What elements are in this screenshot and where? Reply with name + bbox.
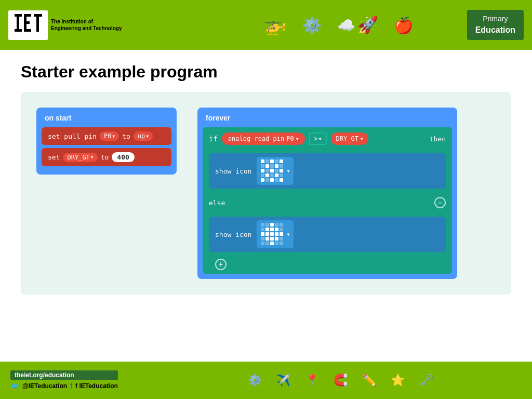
set-dry-gt-block: set DRY_GT ▼ to 400 — [42, 148, 171, 166]
footer-social: 🐦 @IETeducation f f IETeducation — [10, 382, 118, 390]
iet-letters — [8, 10, 48, 40]
twitter-handle: @IETeducation — [22, 382, 67, 390]
gear-icon: ⚙️ — [302, 16, 322, 34]
then-label: then — [430, 135, 446, 143]
footer-magnet-icon: 🧲 — [334, 374, 348, 387]
dropdown-arrow-2: ▼ — [146, 134, 149, 139]
code-area: on start set pull pin P0 ▼ to up ▼ set D… — [21, 92, 511, 295]
footer-left: theiet.org/education 🐦 @IETeducation f f… — [10, 370, 118, 390]
bottom-add-bar: + — [209, 255, 446, 274]
up-pill[interactable]: up ▼ — [134, 131, 153, 141]
show-icon-2-row: show icon ▼ — [209, 217, 446, 252]
dot-grid-1 — [261, 159, 284, 182]
pin-p0-pill[interactable]: P0 ▼ — [100, 131, 119, 141]
education-label: Education — [475, 24, 515, 36]
footer-pencil-icon: ✏️ — [362, 374, 376, 387]
footer: theiet.org/education 🐦 @IETeducation f f… — [0, 362, 532, 399]
svg-rect-9 — [36, 17, 39, 32]
footer-plane-icon: ✈️ — [276, 374, 290, 387]
footer-gear-icon: ⚙️ — [248, 374, 262, 387]
svg-rect-6 — [24, 21, 30, 24]
primary-education-badge: Primary Education — [467, 10, 524, 40]
footer-key-icon: 🗝️ — [419, 374, 433, 387]
facebook-icon: f — [70, 382, 72, 390]
else-minus-button[interactable]: − — [434, 197, 446, 208]
svg-rect-3 — [15, 29, 22, 32]
footer-url: theiet.org/education — [10, 370, 118, 380]
on-start-block: on start set pull pin P0 ▼ to up ▼ set D… — [36, 108, 177, 175]
dry-gt-pill[interactable]: DRY_GT ▼ — [63, 153, 97, 162]
svg-rect-5 — [24, 14, 31, 17]
dry-gt-2-pill[interactable]: DRY_GT ▼ — [331, 132, 368, 145]
value-400-pill[interactable]: 400 — [112, 152, 134, 162]
svg-rect-1 — [15, 14, 22, 17]
on-start-label: on start — [42, 113, 171, 123]
primary-label: Primary — [475, 14, 515, 24]
icon-grid-1-pill[interactable]: ▼ — [257, 157, 294, 185]
add-button[interactable]: + — [215, 259, 227, 270]
dropdown-arrow-6: ▼ — [361, 137, 363, 141]
svg-rect-7 — [24, 29, 31, 32]
dropdown-arrow-3: ▼ — [91, 155, 94, 159]
footer-star-icon: ⭐ — [391, 374, 405, 387]
if-row: if analog read pin P0 ▼ > ▼ DRY_GT ▼ the — [203, 127, 452, 150]
forever-label: forever — [203, 113, 452, 123]
footer-decorative-icons: ⚙️ ✈️ 📍 🧲 ✏️ ⭐ 🗝️ — [159, 374, 522, 387]
dropdown-arrow-8: ▼ — [287, 232, 289, 237]
forever-inner: if analog read pin P0 ▼ > ▼ DRY_GT ▼ the — [203, 127, 452, 274]
facebook-handle: f IETeducation — [75, 382, 118, 390]
shuttle-icon: ☁️ 🚀 — [337, 15, 378, 35]
iet-logo: The Institution of Engineering and Techn… — [8, 10, 122, 40]
iet-tagline: The Institution of Engineering and Techn… — [51, 18, 122, 32]
drone-icon: 🚁 — [263, 14, 287, 36]
page-title: Starter example program — [21, 62, 511, 82]
dropdown-arrow-7: ▼ — [287, 169, 289, 174]
apple-icon: 🍎 — [394, 16, 413, 34]
analog-read-pill[interactable]: analog read pin P0 ▼ — [222, 132, 305, 145]
main-content: Starter example program on start set pul… — [0, 50, 532, 303]
dropdown-arrow: ▼ — [112, 134, 115, 139]
dropdown-arrow-4: ▼ — [296, 137, 299, 141]
set-pull-pin-block: set pull pin P0 ▼ to up ▼ — [42, 127, 171, 145]
footer-pin-icon: 📍 — [305, 374, 319, 387]
logo-area: The Institution of Engineering and Techn… — [8, 10, 122, 40]
twitter-icon: 🐦 — [10, 382, 19, 390]
show-icon-1-row: show icon ▼ — [209, 153, 446, 189]
svg-rect-2 — [17, 17, 19, 29]
gt-operator-pill[interactable]: > ▼ — [309, 132, 327, 145]
icon-grid-2-pill[interactable]: ▼ — [257, 220, 294, 248]
dot-grid-2 — [261, 223, 284, 246]
else-row: else − — [203, 192, 452, 214]
forever-block: forever if analog read pin P0 ▼ > ▼ — [197, 108, 457, 279]
dropdown-arrow-5: ▼ — [319, 137, 322, 141]
header: The Institution of Engineering and Techn… — [0, 0, 532, 50]
svg-rect-8 — [34, 14, 42, 17]
